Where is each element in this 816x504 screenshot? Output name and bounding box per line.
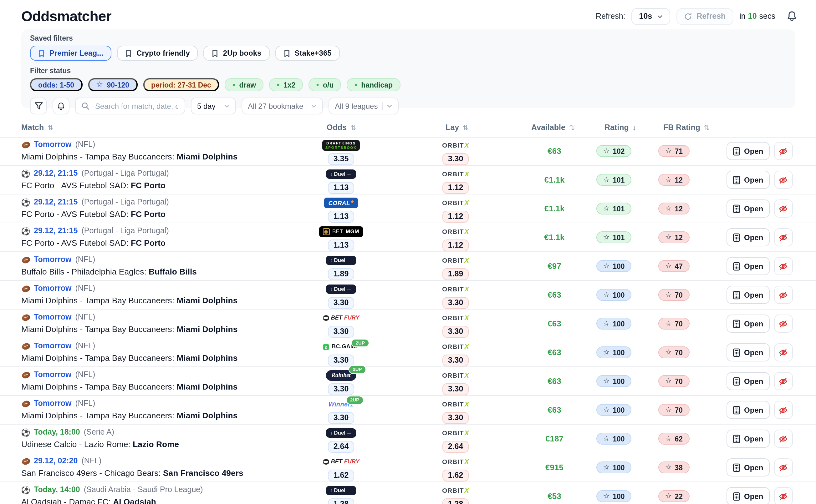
open-calculator-button[interactable]: Open bbox=[727, 228, 769, 246]
soccer-ball-icon: ⚽ bbox=[21, 227, 30, 235]
status-chip-90-120[interactable]: ☆90-120 bbox=[88, 78, 137, 91]
available-value: €63 bbox=[548, 319, 561, 328]
hide-match-button[interactable] bbox=[774, 487, 793, 504]
open-calculator-button[interactable]: Open bbox=[727, 315, 769, 333]
hide-match-button[interactable] bbox=[774, 171, 793, 189]
open-calculator-button[interactable]: Open bbox=[727, 430, 769, 448]
star-icon: ☆ bbox=[603, 234, 610, 241]
status-chip-o-u[interactable]: ●o/u bbox=[308, 78, 341, 91]
filter-funnel-button[interactable] bbox=[30, 98, 47, 114]
open-calculator-button[interactable]: Open bbox=[727, 487, 769, 504]
open-calculator-button[interactable]: Open bbox=[727, 343, 769, 361]
saved-filter-premier-leag[interactable]: Premier Leag... bbox=[30, 46, 111, 61]
open-calculator-button[interactable]: Open bbox=[727, 142, 769, 160]
lay-odds-value: 3.30 bbox=[443, 153, 469, 165]
star-icon: ☆ bbox=[603, 378, 610, 385]
back-odds-value: 1.62 bbox=[328, 469, 354, 481]
status-chip-odds-1-50[interactable]: odds: 1-50 bbox=[30, 78, 82, 91]
sort-icon[interactable]: ⇅ bbox=[569, 123, 575, 132]
days-select[interactable]: 5 days bbox=[191, 98, 236, 114]
fb-rating-badge: ☆47 bbox=[658, 260, 690, 272]
star-icon: ☆ bbox=[665, 176, 672, 184]
refresh-controls: Refresh: 10s Refresh in 10 secs bbox=[596, 8, 797, 25]
match-date-link[interactable]: Tomorrow bbox=[34, 313, 71, 322]
alerts-bell-button[interactable] bbox=[53, 98, 69, 114]
lay-odds-value: 1.62 bbox=[443, 469, 469, 481]
match-date-link[interactable]: Tomorrow bbox=[34, 399, 71, 408]
actions-cell: Open bbox=[727, 367, 793, 395]
available-cell: €1.1k bbox=[523, 166, 586, 194]
open-calculator-button[interactable]: Open bbox=[727, 171, 769, 189]
hide-match-button[interactable] bbox=[774, 401, 793, 419]
fb-rating-badge: ☆70 bbox=[658, 289, 690, 301]
fb-rating-cell: ☆62 bbox=[643, 425, 705, 453]
hide-match-button[interactable] bbox=[774, 228, 793, 246]
match-date-link[interactable]: 29.12, 21:15 bbox=[34, 226, 78, 236]
sort-icon[interactable]: ⇅ bbox=[704, 123, 710, 132]
lay-cell: ORBITX1.12 bbox=[424, 223, 487, 251]
match-date-link[interactable]: 29.12, 21:15 bbox=[34, 198, 78, 207]
sort-desc-icon[interactable]: ↓ bbox=[633, 124, 636, 131]
open-calculator-button[interactable]: Open bbox=[727, 199, 769, 218]
status-chip-period-27-31-dec[interactable]: period: 27-31 Dec bbox=[143, 78, 219, 91]
column-header-odds[interactable]: Odds⇅ bbox=[327, 123, 356, 132]
hide-match-button[interactable] bbox=[774, 430, 793, 448]
match-date-link[interactable]: Today, 18:00 bbox=[34, 428, 80, 437]
open-calculator-button[interactable]: Open bbox=[727, 372, 769, 390]
hide-match-button[interactable] bbox=[774, 315, 793, 333]
match-date-link[interactable]: 29.12, 21:15 bbox=[34, 169, 78, 178]
refresh-countdown: in 10 secs bbox=[739, 12, 775, 21]
match-cell: Tomorrow(NFL)Miami Dolphins - Tampa Bay … bbox=[21, 140, 237, 161]
hide-match-button[interactable] bbox=[774, 458, 793, 476]
search-box[interactable] bbox=[75, 98, 185, 114]
bookmakers-select-value: All 27 bookmakers bbox=[248, 102, 303, 110]
match-date-link[interactable]: Tomorrow bbox=[34, 255, 71, 265]
star-icon: ☆ bbox=[665, 406, 672, 414]
column-header-fb-rating[interactable]: FB Rating⇅ bbox=[663, 123, 710, 132]
notifications-bell-icon[interactable] bbox=[787, 11, 797, 22]
status-chip-1x2[interactable]: ●1x2 bbox=[269, 78, 303, 91]
hide-match-button[interactable] bbox=[774, 199, 793, 218]
match-date-link[interactable]: Today, 14:00 bbox=[34, 485, 80, 495]
open-button-label: Open bbox=[744, 233, 763, 242]
open-calculator-button[interactable]: Open bbox=[727, 286, 769, 304]
column-header-lay[interactable]: Lay⇅ bbox=[446, 123, 469, 132]
saved-filter-crypto-friendly[interactable]: Crypto friendly bbox=[117, 46, 198, 61]
open-calculator-button[interactable]: Open bbox=[727, 458, 769, 476]
sort-icon[interactable]: ⇅ bbox=[48, 123, 53, 132]
hide-match-button[interactable] bbox=[774, 257, 793, 275]
match-date-link[interactable]: Tomorrow bbox=[34, 284, 71, 293]
column-header-rating[interactable]: Rating↓ bbox=[605, 123, 636, 132]
back-odds-value: 1.13 bbox=[328, 239, 354, 251]
refresh-interval-select[interactable]: 10s bbox=[632, 8, 671, 25]
saved-filter-stake-365[interactable]: Stake+365 bbox=[275, 46, 339, 61]
match-cell: ⚽29.12, 21:15(Portugal - Liga Portugal)F… bbox=[21, 169, 169, 190]
column-header-match[interactable]: Match⇅ bbox=[21, 123, 53, 132]
hide-match-button[interactable] bbox=[774, 142, 793, 160]
rating-cell: ☆100 bbox=[583, 281, 645, 309]
rating-cell: ☆101 bbox=[583, 194, 645, 223]
hide-match-button[interactable] bbox=[774, 286, 793, 304]
open-button-label: Open bbox=[744, 348, 763, 357]
sort-icon[interactable]: ⇅ bbox=[350, 123, 356, 132]
bookmakers-select[interactable]: All 27 bookmakers bbox=[241, 98, 323, 114]
column-header-available[interactable]: Available⇅ bbox=[531, 123, 575, 132]
open-calculator-button[interactable]: Open bbox=[727, 401, 769, 419]
available-cell: €63 bbox=[523, 367, 586, 395]
search-input[interactable] bbox=[94, 101, 179, 111]
fb-rating-cell: ☆12 bbox=[643, 223, 705, 251]
refresh-button[interactable]: Refresh bbox=[677, 8, 733, 25]
saved-filter-2up-books[interactable]: 2Up books bbox=[204, 46, 270, 61]
sort-icon[interactable]: ⇅ bbox=[463, 123, 469, 132]
hide-match-button[interactable] bbox=[774, 343, 793, 361]
leagues-select[interactable]: All 9 leagues bbox=[328, 98, 398, 114]
match-date-link[interactable]: Tomorrow bbox=[34, 370, 71, 380]
status-chip-draw[interactable]: ●draw bbox=[225, 78, 263, 91]
hide-match-button[interactable] bbox=[774, 372, 793, 390]
star-icon: ☆ bbox=[603, 406, 610, 414]
open-calculator-button[interactable]: Open bbox=[727, 257, 769, 275]
status-chip-handicap[interactable]: ●handicap bbox=[347, 78, 400, 91]
match-date-link[interactable]: 29.12, 02:20 bbox=[34, 456, 78, 466]
match-date-link[interactable]: Tomorrow bbox=[34, 341, 71, 351]
match-date-link[interactable]: Tomorrow bbox=[34, 140, 71, 149]
